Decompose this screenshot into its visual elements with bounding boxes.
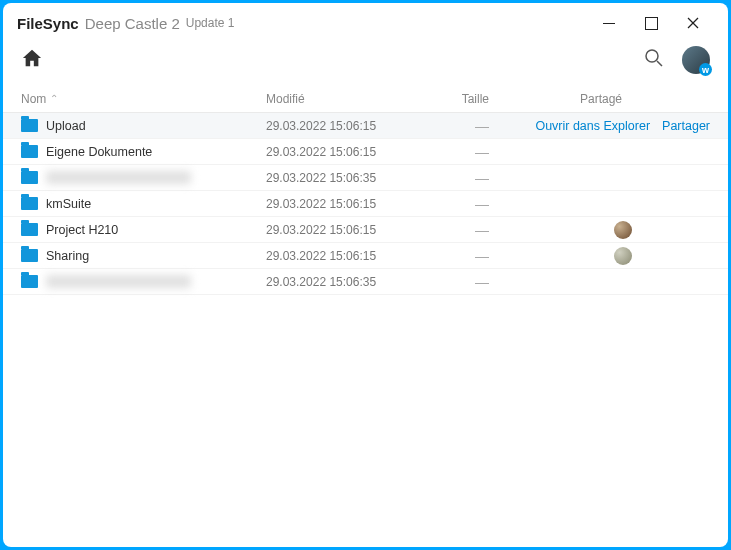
close-button[interactable] (672, 8, 714, 38)
table-row[interactable]: kmSuite 29.03.2022 15:06:15 — (3, 191, 728, 217)
row-name: Upload (46, 119, 86, 133)
row-modified: 29.03.2022 15:06:15 (266, 223, 421, 237)
row-size: — (421, 144, 501, 160)
row-name: Eigene Dokumente (46, 145, 152, 159)
maximize-button[interactable] (630, 8, 672, 38)
folder-icon (21, 171, 38, 184)
table-header: Nom ⌃ Modifié Taille Partagé (3, 85, 728, 113)
row-modified: 29.03.2022 15:06:15 (266, 119, 421, 133)
row-modified: 29.03.2022 15:06:15 (266, 249, 421, 263)
app-subtitle: Deep Castle 2 (85, 15, 180, 32)
row-size: — (421, 274, 501, 290)
titlebar: FileSync Deep Castle 2 Update 1 (3, 3, 728, 41)
row-modified: 29.03.2022 15:06:15 (266, 145, 421, 159)
row-size: — (421, 196, 501, 212)
svg-point-2 (646, 50, 658, 62)
search-icon (644, 48, 664, 68)
open-in-explorer-link[interactable]: Ouvrir dans Explorer (535, 119, 650, 133)
folder-icon (21, 275, 38, 288)
row-name: kmSuite (46, 197, 91, 211)
column-header-name-label: Nom (21, 92, 46, 106)
app-update-label: Update 1 (186, 16, 235, 30)
row-modified: 29.03.2022 15:06:35 (266, 275, 421, 289)
row-name: Project H210 (46, 223, 118, 237)
file-list: Upload 29.03.2022 15:06:15 — Ouvrir dans… (3, 113, 728, 547)
folder-icon (21, 119, 38, 132)
row-name-redacted (46, 275, 191, 288)
column-header-name[interactable]: Nom ⌃ (21, 92, 266, 106)
svg-line-3 (657, 61, 662, 66)
row-size: — (421, 118, 501, 134)
row-modified: 29.03.2022 15:06:35 (266, 171, 421, 185)
row-modified: 29.03.2022 15:06:15 (266, 197, 421, 211)
home-button[interactable] (21, 48, 43, 72)
app-window: FileSync Deep Castle 2 Update 1 Nom ⌃ Mo… (3, 3, 728, 547)
table-row[interactable]: Sharing 29.03.2022 15:06:15 — (3, 243, 728, 269)
column-header-size[interactable]: Taille (421, 92, 501, 106)
row-size: — (421, 248, 501, 264)
share-link[interactable]: Partager (662, 119, 710, 133)
row-name-redacted (46, 171, 191, 184)
folder-icon (21, 223, 38, 236)
folder-icon (21, 249, 38, 262)
table-row[interactable]: Project H210 29.03.2022 15:06:15 — (3, 217, 728, 243)
row-name: Sharing (46, 249, 89, 263)
home-icon (21, 48, 43, 68)
folder-icon (21, 145, 38, 158)
row-size: — (421, 222, 501, 238)
close-icon (687, 17, 699, 29)
minimize-button[interactable] (588, 8, 630, 38)
sort-ascending-icon: ⌃ (50, 93, 58, 104)
column-header-modified[interactable]: Modifié (266, 92, 421, 106)
table-row[interactable]: 29.03.2022 15:06:35 — (3, 269, 728, 295)
row-size: — (421, 170, 501, 186)
toolbar (3, 41, 728, 85)
table-row[interactable]: Eigene Dokumente 29.03.2022 15:06:15 — (3, 139, 728, 165)
folder-icon (21, 197, 38, 210)
search-button[interactable] (644, 48, 664, 72)
table-row[interactable]: Upload 29.03.2022 15:06:15 — Ouvrir dans… (3, 113, 728, 139)
table-row[interactable]: 29.03.2022 15:06:35 — (3, 165, 728, 191)
shared-user-avatar[interactable] (614, 221, 632, 239)
user-avatar[interactable] (682, 46, 710, 74)
app-name: FileSync (17, 15, 79, 32)
shared-user-avatar[interactable] (614, 247, 632, 265)
column-header-shared[interactable]: Partagé (501, 92, 710, 106)
